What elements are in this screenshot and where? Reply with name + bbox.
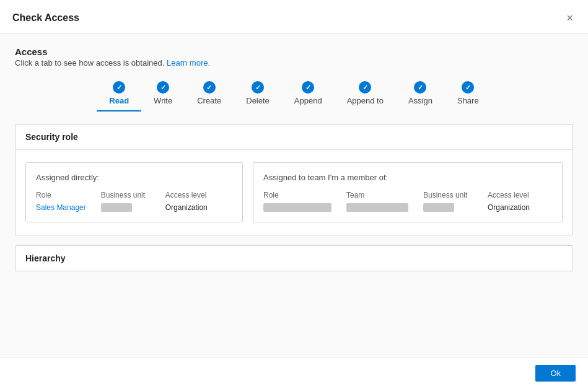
assigned-directly-table: Role Sales Manager Business unit <box>36 191 232 212</box>
team-role-col-header: Role <box>263 191 331 203</box>
tabs-container: ✓ Read ✓ Write ✓ Create ✓ Delete ✓ Appen… <box>15 77 573 111</box>
tab-create[interactable]: ✓ Create <box>185 77 234 111</box>
dialog-title: Check Access <box>12 12 79 24</box>
dialog-footer: Ok <box>0 357 588 389</box>
check-access-dialog: Check Access × Access Click a tab to see… <box>0 0 588 389</box>
tab-append-to[interactable]: ✓ Append to <box>335 77 396 111</box>
team-business-unit-col: Business unit <box>423 191 473 212</box>
business-unit-col-header: Business unit <box>101 191 151 203</box>
read-check-icon: ✓ <box>113 81 125 94</box>
tab-delete-label: Delete <box>246 96 270 105</box>
append-check-icon: ✓ <box>302 81 314 94</box>
assigned-directly-box: Assigned directly: Role Sales Manager Bu… <box>25 162 243 222</box>
access-title: Access <box>15 46 573 57</box>
tab-assign-label: Assign <box>408 96 432 105</box>
write-check-icon: ✓ <box>157 81 169 94</box>
role-col-value: Sales Manager <box>36 203 86 212</box>
tab-create-label: Create <box>197 96 221 105</box>
team-col: Team <box>346 191 408 212</box>
team-access-level-col-value: Organization <box>488 203 537 212</box>
team-business-unit-col-value <box>423 203 473 212</box>
learn-more-link[interactable]: Learn more. <box>167 58 210 68</box>
role-link-manager[interactable]: Manager <box>56 203 86 212</box>
access-section: Access Click a tab to see how access is … <box>15 46 573 68</box>
dialog-header: Check Access × <box>0 0 588 34</box>
close-button[interactable]: × <box>564 10 576 26</box>
append-to-check-icon: ✓ <box>359 81 371 94</box>
hierarchy-section: Hierarchy <box>15 245 573 271</box>
assigned-directly-label: Assigned directly: <box>36 173 232 182</box>
team-role-col: Role <box>263 191 331 212</box>
business-unit-col-value <box>101 203 151 212</box>
team-role-col-value <box>263 203 331 212</box>
tab-delete[interactable]: ✓ Delete <box>234 77 282 111</box>
tab-read[interactable]: ✓ Read <box>97 77 141 111</box>
dialog-body: Access Click a tab to see how access is … <box>0 34 588 357</box>
access-subtitle: Click a tab to see how access is obtaine… <box>15 58 573 68</box>
tab-assign[interactable]: ✓ Assign <box>396 77 445 111</box>
role-link-sales[interactable]: Sales <box>36 203 55 212</box>
team-business-unit-blurred <box>423 203 454 212</box>
create-check-icon: ✓ <box>203 81 216 94</box>
security-role-body: Assigned directly: Role Sales Manager Bu… <box>15 150 573 235</box>
team-col-header: Team <box>346 191 408 203</box>
tab-append-to-label: Append to <box>347 96 384 105</box>
access-level-col: Access level Organization <box>165 191 215 212</box>
delete-check-icon: ✓ <box>252 81 264 94</box>
tab-write-label: Write <box>154 96 172 105</box>
security-role-header: Security role <box>15 125 573 150</box>
tab-append[interactable]: ✓ Append <box>282 77 335 111</box>
team-access-level-col-header: Access level <box>488 191 537 203</box>
team-business-unit-col-header: Business unit <box>423 191 473 203</box>
team-access-level-col: Access level Organization <box>488 191 537 212</box>
assigned-team-table: Role Team Business unit <box>263 191 552 212</box>
assigned-team-label: Assigned to team I'm a member of: <box>263 173 552 182</box>
tab-write[interactable]: ✓ Write <box>141 77 185 111</box>
access-level-col-header: Access level <box>165 191 215 203</box>
assign-check-icon: ✓ <box>414 81 426 94</box>
access-level-col-value: Organization <box>165 203 215 212</box>
hierarchy-header: Hierarchy <box>15 246 573 271</box>
business-unit-col: Business unit <box>101 191 151 212</box>
security-role-section: Security role Assigned directly: Role Sa… <box>15 124 573 235</box>
assigned-team-box: Assigned to team I'm a member of: Role T… <box>253 162 563 222</box>
tab-share-label: Share <box>457 96 479 105</box>
tab-share[interactable]: ✓ Share <box>445 77 491 111</box>
share-check-icon: ✓ <box>462 81 474 94</box>
ok-button[interactable]: Ok <box>535 365 576 382</box>
access-subtitle-text: Click a tab to see how access is obtaine… <box>15 58 164 68</box>
tab-read-label: Read <box>109 96 129 105</box>
role-col: Role Sales Manager <box>36 191 86 212</box>
role-blurred <box>263 203 331 212</box>
team-blurred <box>346 203 408 212</box>
tab-append-label: Append <box>294 96 322 105</box>
team-col-value <box>346 203 408 212</box>
role-col-header: Role <box>36 191 86 203</box>
business-unit-blurred <box>101 203 132 212</box>
